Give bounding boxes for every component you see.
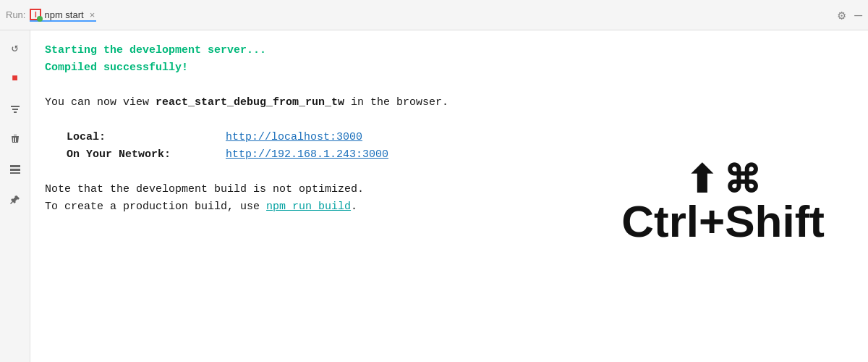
toolbar: Run: I npm start × ⚙ — [0,0,868,30]
console-line-2: Compiled successfully! [45,59,854,77]
console-line-3: You can now view react_start_debug_from_… [45,94,854,111]
local-url-line: Local:http://localhost:3000 [45,129,854,146]
network-url-line: On Your Network:http://192.168.1.243:300… [45,146,854,164]
sidebar: ↺ ■ [0,30,30,362]
note-line-2: To create a production build, use npm ru… [45,198,854,216]
console-wrapper: Starting the development server... Compi… [30,30,868,362]
tab-type-icon: I [30,9,41,20]
pin-button[interactable] [5,190,25,210]
network-url-link[interactable]: http://192.168.1.243:3000 [226,148,388,161]
local-url-link[interactable]: http://localhost:3000 [226,131,362,143]
run-tab[interactable]: I npm start × [30,9,96,22]
run-label: Run: [6,9,25,20]
svg-rect-0 [10,165,20,167]
layout-button[interactable] [5,159,25,180]
note-line-1: Note that the development build is not o… [45,181,854,198]
view-text-post: in the browser. [344,96,448,109]
svg-rect-1 [10,169,20,171]
settings-icon[interactable]: ⚙ [838,7,846,23]
tab-name-label: npm start [44,9,83,20]
note2-pre: To create a production build, use [45,201,266,213]
run-status-indicator [37,16,43,22]
console-line-1: Starting the development server... [45,42,854,59]
npm-run-build-cmd: npm run build [266,201,351,213]
clear-button[interactable] [5,129,25,149]
minimize-icon[interactable]: — [854,8,862,22]
rerun-button[interactable]: ↺ [5,38,25,58]
stop-button[interactable]: ■ [5,68,25,88]
scroll-down-button[interactable] [5,98,25,119]
main-area: ↺ ■ Starting the development server... C… [0,30,868,362]
network-label: On Your Network: [67,146,226,164]
local-label: Local: [67,129,226,146]
app-name: react_start_debug_from_run_tw [156,96,344,109]
tab-close-button[interactable]: × [88,9,97,20]
view-text-pre: You can now view [45,96,156,109]
note2-post: . [351,201,357,213]
svg-rect-2 [10,172,20,174]
console-output: Starting the development server... Compi… [30,30,868,227]
